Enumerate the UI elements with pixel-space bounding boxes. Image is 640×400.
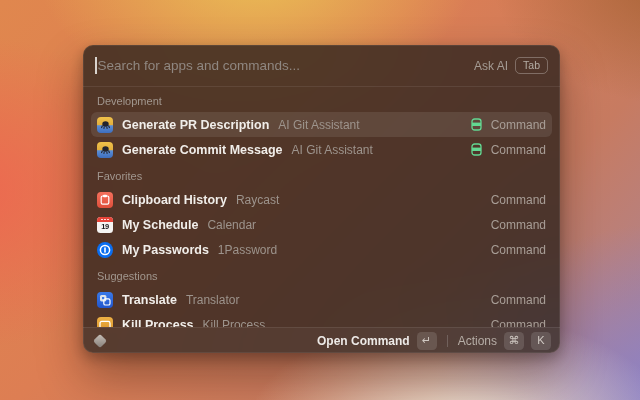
item-subtitle: Translator <box>186 293 240 307</box>
item-title: Translate <box>122 293 177 307</box>
section-title-favorites: Favorites <box>91 162 552 187</box>
open-command-label: Open Command <box>317 334 410 348</box>
item-title: Kill Process <box>122 318 194 328</box>
actions-menu-button[interactable]: Actions ⌘ K <box>458 332 551 350</box>
item-type-label: Command <box>491 193 546 207</box>
item-subtitle: Calendar <box>207 218 256 232</box>
item-subtitle: Kill Process <box>203 318 266 328</box>
command-type-icon <box>470 118 483 131</box>
actions-label: Actions <box>458 334 497 348</box>
open-command-action[interactable]: Open Command ↵ <box>317 332 437 350</box>
item-title: Generate PR Description <box>122 118 269 132</box>
item-type-label: Command <box>491 118 546 132</box>
footer-bar: Open Command ↵ Actions ⌘ K <box>83 327 560 353</box>
raycast-logo-icon <box>93 333 107 347</box>
kill-process-icon <box>97 317 113 328</box>
item-title: Generate Commit Message <box>122 143 282 157</box>
ask-ai-label[interactable]: Ask AI <box>474 59 508 73</box>
translate-icon <box>97 292 113 308</box>
return-key-icon: ↵ <box>417 332 437 350</box>
footer-divider <box>447 335 448 347</box>
text-caret <box>95 57 97 74</box>
item-subtitle: Raycast <box>236 193 279 207</box>
command-type-icon <box>470 143 483 156</box>
ai-git-assistant-icon <box>97 117 113 133</box>
tab-key-badge[interactable]: Tab <box>515 57 548 74</box>
list-item-clipboard-history[interactable]: Clipboard History Raycast Command <box>91 187 552 212</box>
list-item-generate-pr-description[interactable]: Generate PR Description AI Git Assistant… <box>91 112 552 137</box>
list-item-my-schedule[interactable]: 19 My Schedule Calendar Command <box>91 212 552 237</box>
item-type-label: Command <box>491 143 546 157</box>
list-item-kill-process[interactable]: Kill Process Kill Process Command <box>91 312 552 327</box>
item-type-label: Command <box>491 218 546 232</box>
list-item-my-passwords[interactable]: My Passwords 1Password Command <box>91 237 552 262</box>
1password-icon <box>97 242 113 258</box>
item-title: My Passwords <box>122 243 209 257</box>
item-subtitle: 1Password <box>218 243 277 257</box>
ai-git-assistant-icon <box>97 142 113 158</box>
command-key-icon: ⌘ <box>504 332 524 350</box>
calendar-icon: 19 <box>97 217 113 233</box>
item-type-label: Command <box>491 318 546 328</box>
command-list: Development Generate PR Description AI G… <box>83 87 560 327</box>
item-subtitle: AI Git Assistant <box>291 143 372 157</box>
item-type-label: Command <box>491 243 546 257</box>
item-title: My Schedule <box>122 218 198 232</box>
section-title-development: Development <box>91 87 552 112</box>
clipboard-icon <box>97 192 113 208</box>
item-subtitle: AI Git Assistant <box>278 118 359 132</box>
search-bar: Ask AI Tab <box>83 45 560 87</box>
list-item-generate-commit-message[interactable]: Generate Commit Message AI Git Assistant… <box>91 137 552 162</box>
item-type-label: Command <box>491 293 546 307</box>
raycast-launcher-window: Ask AI Tab Development Generate PR Descr… <box>83 45 560 353</box>
search-input[interactable] <box>98 58 475 73</box>
k-key-icon: K <box>531 332 551 350</box>
list-item-translate[interactable]: Translate Translator Command <box>91 287 552 312</box>
section-title-suggestions: Suggestions <box>91 262 552 287</box>
item-title: Clipboard History <box>122 193 227 207</box>
